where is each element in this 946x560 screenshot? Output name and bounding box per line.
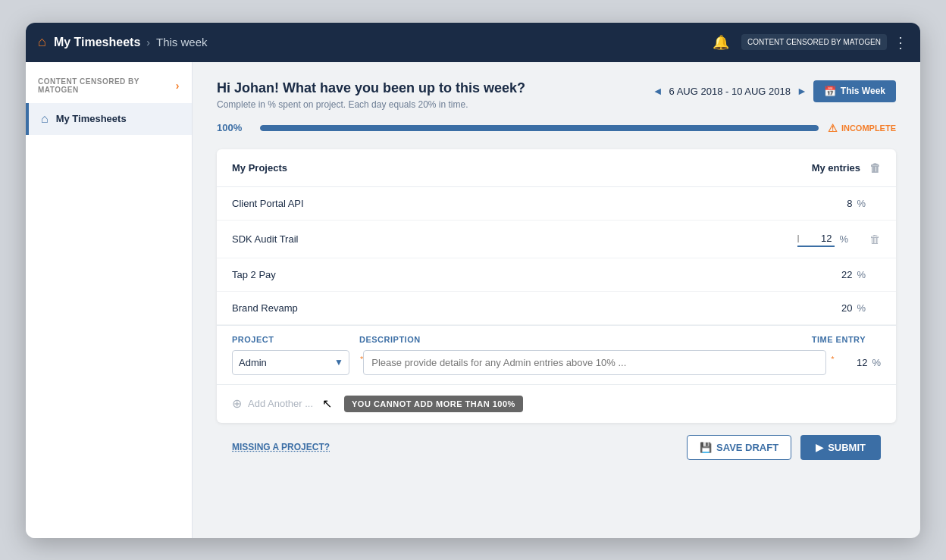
admin-desc-input[interactable] — [363, 350, 826, 375]
table-row: SDK Audit Trail | % 🗑 — [217, 221, 896, 258]
bottom-actions: 💾 SAVE DRAFT ▶ SUBMIT — [687, 435, 881, 460]
warning-icon: ⚠ — [828, 122, 838, 134]
table-row: Client Portal API 8 % — [217, 187, 896, 221]
date-prev-icon[interactable]: ◄ — [653, 85, 663, 97]
incomplete-badge: ⚠ INCOMPLETE — [828, 122, 896, 134]
sidebar-item-timesheets[interactable]: ⌂ My Timesheets — [26, 103, 192, 135]
col-entries-label: My entries — [812, 162, 860, 174]
save-draft-icon: 💾 — [700, 442, 712, 453]
greeting-subtext: Complete in % spent on project. Each day… — [217, 99, 525, 110]
greeting-text: Hi Johan! What have you been up to this … — [217, 80, 525, 110]
entry-input-wrapper[interactable]: | — [797, 231, 835, 247]
table-row: Brand Revamp 20 % — [217, 292, 896, 325]
greeting-section: Hi Johan! What have you been up to this … — [217, 80, 896, 110]
admin-project-select-wrapper: Admin ▼ — [232, 350, 349, 375]
submit-button[interactable]: ▶ SUBMIT — [800, 435, 881, 460]
app-window: ⌂ My Timesheets › This week 🔔 CONTENT CE… — [26, 23, 920, 538]
missing-project-link[interactable]: MISSING A PROJECT? — [232, 442, 330, 452]
entry-value: 22 — [822, 269, 852, 280]
main-layout: CONTENT CENSORED BY MATOGEN › ⌂ My Times… — [26, 62, 920, 538]
add-another-button[interactable]: Add Another ... — [248, 398, 313, 409]
entry-value: 8 — [822, 198, 852, 209]
admin-inputs: Admin ▼ * * 12 % — [232, 350, 881, 375]
row-delete-icon[interactable]: 🗑 — [869, 233, 881, 246]
col-entries-header: My entries 🗑 — [812, 161, 881, 174]
cursor-arrow-icon: ↖ — [322, 396, 332, 411]
progress-section: 100% ⚠ INCOMPLETE — [217, 122, 896, 134]
this-week-button[interactable]: 📅 This Week — [813, 80, 896, 102]
progress-label: 100% — [217, 122, 251, 133]
text-cursor-icon: | — [797, 234, 800, 242]
admin-time-label: TIME ENTRY — [790, 335, 866, 344]
admin-time-percent: % — [872, 357, 881, 368]
submit-label: SUBMIT — [828, 442, 866, 453]
table-row: Tap 2 Pay 22 % — [217, 258, 896, 292]
table-header: My Projects My entries 🗑 — [217, 149, 896, 187]
incomplete-label: INCOMPLETE — [841, 124, 896, 133]
entry-percent: % — [857, 198, 866, 209]
home-icon[interactable]: ⌂ — [38, 34, 46, 50]
progress-bar-background — [260, 125, 819, 131]
delete-all-icon[interactable]: 🗑 — [869, 161, 881, 174]
date-next-icon[interactable]: ► — [797, 85, 807, 97]
admin-project-label: PROJECT — [232, 335, 353, 344]
content-area: Hi Johan! What have you been up to this … — [193, 62, 920, 538]
admin-entry-row: PROJECT DESCRIPTION TIME ENTRY Admin ▼ * — [217, 325, 896, 384]
topbar: ⌂ My Timesheets › This week 🔔 CONTENT CE… — [26, 23, 920, 62]
project-name: Client Portal API — [232, 198, 822, 209]
date-nav: ◄ 6 AUG 2018 - 10 AUG 2018 ► 📅 This Week — [653, 80, 896, 102]
timesheet-table: My Projects My entries 🗑 Client Portal A… — [217, 149, 896, 423]
sidebar-censored[interactable]: CONTENT CENSORED BY MATOGEN › — [26, 68, 192, 103]
topbar-subtitle: This week — [156, 36, 208, 48]
save-draft-label: SAVE DRAFT — [716, 442, 778, 453]
cannot-add-tooltip: YOU CANNOT ADD MORE THAN 100% — [344, 396, 523, 412]
topbar-censored-label: CONTENT CENSORED BY MATOGEN — [741, 34, 887, 50]
admin-project-select[interactable]: Admin — [232, 350, 349, 375]
sidebar-item-label: My Timesheets — [56, 113, 127, 124]
entry-value: 20 — [822, 302, 852, 314]
admin-labels: PROJECT DESCRIPTION TIME ENTRY — [232, 335, 881, 344]
more-menu-icon[interactable]: ⋮ — [893, 33, 908, 52]
greeting-heading: Hi Johan! What have you been up to this … — [217, 80, 525, 96]
entry-percent: % — [857, 269, 866, 280]
topbar-separator: › — [146, 36, 150, 48]
bottom-bar: MISSING A PROJECT? 💾 SAVE DRAFT ▶ SUBMIT — [217, 423, 896, 466]
sidebar-censored-text: CONTENT CENSORED BY MATOGEN — [38, 77, 176, 94]
sidebar-home-icon: ⌂ — [41, 112, 49, 126]
add-another-icon: ⊕ — [232, 396, 242, 411]
submit-icon: ▶ — [816, 442, 823, 453]
bell-icon[interactable]: 🔔 — [713, 34, 729, 51]
entry-percent: % — [839, 233, 848, 245]
admin-time-value: 12 — [843, 357, 867, 368]
desc-required-star: * — [831, 350, 834, 364]
this-week-label: This Week — [841, 86, 885, 96]
date-range: 6 AUG 2018 - 10 AUG 2018 — [669, 86, 791, 97]
sidebar-chevron-icon: › — [176, 80, 180, 92]
add-another-row: ⊕ Add Another ... ↖ YOU CANNOT ADD MORE … — [217, 384, 896, 423]
progress-bar-fill — [260, 125, 819, 131]
entry-percent: % — [857, 302, 866, 314]
project-name: SDK Audit Trail — [232, 233, 797, 245]
save-draft-button[interactable]: 💾 SAVE DRAFT — [687, 435, 791, 460]
admin-desc-label: DESCRIPTION — [353, 335, 790, 344]
entry-input[interactable] — [800, 231, 835, 246]
project-name: Brand Revamp — [232, 302, 822, 314]
sidebar: CONTENT CENSORED BY MATOGEN › ⌂ My Times… — [26, 62, 193, 538]
project-name: Tap 2 Pay — [232, 269, 822, 280]
col-projects-header: My Projects — [232, 162, 287, 174]
calendar-icon: 📅 — [824, 86, 836, 97]
topbar-title: My Timesheets — [54, 36, 140, 49]
